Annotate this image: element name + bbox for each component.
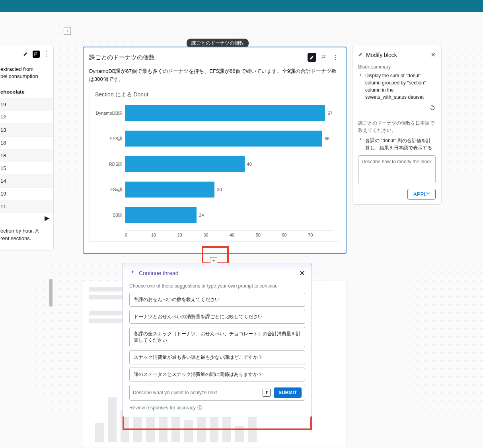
block-title: 課ごとのドーナツの個数 <box>89 54 155 61</box>
x-tick: 70 <box>308 233 334 237</box>
suggestion-item[interactable]: 課のステータスとスナック消費量の間に関係はありますか？ <box>129 368 305 381</box>
flag-block-button[interactable] <box>319 53 328 62</box>
left-scroll-thumb[interactable] <box>49 279 53 307</box>
chart-plot-area: DynamoDB課 67EFS課 66RDS課 40FSx課 30S3課 24 … <box>95 103 334 237</box>
bar-row: DynamoDB課 67 <box>95 103 334 123</box>
bar-row: EFS課 66 <box>95 129 334 149</box>
bar-row: FSx課 30 <box>95 180 334 200</box>
suggestion-item[interactable]: 各課のおせんべいの数を教えてください <box>129 293 305 307</box>
modify-input[interactable] <box>358 155 436 183</box>
left-block-card: ⋮ extracted from bei consumption chocola… <box>0 46 54 250</box>
summary-label: Block summary <box>358 64 436 70</box>
suggestion-item[interactable]: スナック消費量が最も多い課と最も少ない課はどこですか？ <box>129 350 305 364</box>
x-tick: 50 <box>256 233 282 237</box>
sparkle-icon <box>358 137 363 151</box>
edit-icon <box>358 51 364 58</box>
table-row: 19 <box>0 187 53 200</box>
prompt-input[interactable] <box>133 390 259 395</box>
table-row: 18 <box>0 136 53 149</box>
bar-value-label: 24 <box>199 213 204 217</box>
table-body: 19 12 13 18 18 15 14 19 11 <box>0 98 53 213</box>
bar-row: RDS課 40 <box>95 154 334 174</box>
edit-block-button[interactable] <box>308 53 316 62</box>
bar-category-label: DynamoDB課 <box>95 110 125 116</box>
modify-title: Modify block <box>366 52 397 58</box>
continue-thread-panel: Continue thread ✕ Choose one of these su… <box>123 263 312 417</box>
table-row: 12 <box>0 111 53 123</box>
bar-value-label: 67 <box>327 111 332 115</box>
table-row: 15 <box>0 162 53 174</box>
block-description: DynamoDB課が67個で最も多くのドーナツを持ち、EFS課が66個で続いてい… <box>89 67 340 83</box>
suggestion-item[interactable]: ドーナツとおせんべいの消費量を課ごとに比較してください <box>129 310 305 324</box>
upload-icon[interactable]: ⬆ <box>263 389 271 397</box>
table-header-chocolate: chocolate <box>0 86 53 98</box>
modify-block-panel: Modify block ✕ Block summary Display the… <box>352 46 442 205</box>
close-icon[interactable]: ✕ <box>430 51 436 59</box>
info-icon[interactable]: ⓘ <box>197 405 202 411</box>
close-icon[interactable]: ✕ <box>299 269 305 278</box>
plan-text: 各課の "donut" 列の合計値を計算し、結果を日本語で表示する <box>365 137 436 151</box>
chart-container: Section による Donut DynamoDB課 67EFS課 66RDS… <box>89 87 340 242</box>
left-card-text-2: ection by hour. A rent sections. <box>0 223 53 246</box>
more-menu-button[interactable]: ⋮ <box>331 53 340 62</box>
table-row: 11 <box>0 200 53 213</box>
continue-hint: Choose one of these suggestions or type … <box>129 283 305 289</box>
flag-icon[interactable] <box>33 51 40 58</box>
table-row: 14 <box>0 174 53 187</box>
bar-category-label: S3課 <box>95 212 125 218</box>
chart-title: Section による Donut <box>95 91 334 98</box>
submit-button[interactable]: SUBMIT <box>274 387 302 398</box>
bar-row: S3課 24 <box>95 205 334 225</box>
x-tick: 0 <box>125 233 151 237</box>
x-tick: 30 <box>203 233 230 237</box>
add-block-button-top[interactable]: + <box>64 27 71 35</box>
x-tick: 60 <box>282 233 308 237</box>
bar-category-label: FSx課 <box>95 187 125 193</box>
bar-category-label: EFS課 <box>95 136 125 142</box>
bar-category-label: RDS課 <box>95 161 125 167</box>
more-menu-icon[interactable]: ⋮ <box>43 50 49 58</box>
main-chart-block: 課ごとのドーナツの個数 ⋮ DynamoDB課が67個で最も多くのドーナツを持ち… <box>83 47 347 254</box>
bar-value-label: 30 <box>217 187 222 192</box>
left-card-text: extracted from bei consumption <box>0 62 53 86</box>
suggestion-item[interactable]: 各課の全スナック（ドーナツ、おせんべい、チョコレート）の合計消費量を計算してくだ… <box>129 327 305 348</box>
bar-value-label: 40 <box>247 162 252 166</box>
x-tick: 40 <box>230 233 256 237</box>
review-note: Review responses for accuracy ⓘ <box>129 405 305 411</box>
next-page-icon[interactable]: ▶ <box>45 214 49 222</box>
continue-title: Continue thread <box>139 270 179 276</box>
ruler <box>0 34 483 34</box>
x-tick: 10 <box>151 233 177 237</box>
sparkle-icon <box>129 270 136 277</box>
bar-value-label: 66 <box>325 136 329 141</box>
edit-icon[interactable] <box>23 51 29 57</box>
top-bar <box>0 0 483 12</box>
table-row: 19 <box>0 98 53 111</box>
summary-text: Display the sum of "donut" column groupe… <box>365 72 436 101</box>
x-tick: 20 <box>177 233 204 237</box>
canvas-area: + 課ごとのドーナツの個数 ⋮ extracted from bei consu… <box>0 22 483 448</box>
apply-button[interactable]: APPLY <box>407 189 436 200</box>
x-axis: 010203040506070 <box>125 231 334 237</box>
sparkle-icon <box>358 73 363 101</box>
table-row: 18 <box>0 149 53 162</box>
user-request: 課ごとのドーナツの個数を日本語で教えてください。 <box>358 119 436 134</box>
table-row: 13 <box>0 123 53 136</box>
prompt-input-row: ⬆ SUBMIT <box>129 385 305 401</box>
undo-icon[interactable] <box>429 104 436 112</box>
